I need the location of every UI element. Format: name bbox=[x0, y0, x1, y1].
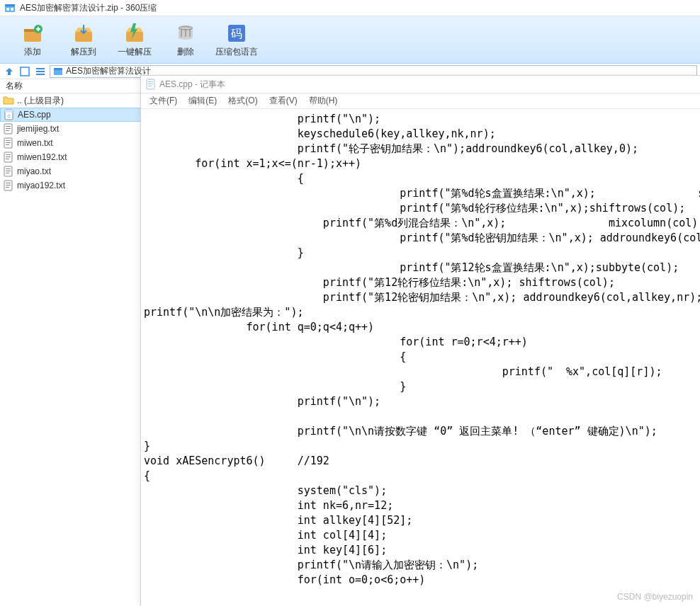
column-header-name[interactable]: 名称 bbox=[0, 79, 142, 93]
svg-rect-32 bbox=[6, 159, 9, 159]
svg-rect-23 bbox=[6, 128, 11, 129]
file-icon bbox=[3, 166, 14, 177]
notepad-title: AES.cpp - 记事本 bbox=[159, 79, 225, 91]
window-titlebar: AES加密解密算法设计.zip - 360压缩 bbox=[0, 0, 700, 16]
file-icon bbox=[3, 180, 14, 191]
extract-to-icon bbox=[72, 22, 95, 45]
file-name: miwen.txt bbox=[17, 138, 53, 148]
file-item[interactable]: CAES.cpp bbox=[0, 108, 142, 122]
svg-rect-35 bbox=[6, 171, 11, 171]
file-item[interactable]: miwen.txt bbox=[0, 136, 142, 150]
svg-rect-15 bbox=[36, 74, 45, 75]
file-item[interactable]: .. (上级目录) bbox=[0, 93, 142, 108]
menu-format[interactable]: 格式(O) bbox=[222, 93, 263, 108]
file-name: jiemijieg.txt bbox=[17, 124, 59, 134]
file-list: .. (上级目录)CAES.cppjiemijieg.txtmiwen.txtm… bbox=[0, 93, 142, 193]
svg-rect-28 bbox=[6, 144, 9, 145]
file-icon bbox=[3, 152, 14, 163]
svg-rect-44 bbox=[148, 86, 152, 86]
menu-edit[interactable]: 编辑(E) bbox=[183, 93, 222, 108]
svg-rect-2 bbox=[6, 8, 9, 11]
file-item[interactable]: miyao192.txt bbox=[0, 178, 142, 193]
svg-rect-3 bbox=[11, 8, 13, 11]
add-button[interactable]: 添加 bbox=[7, 20, 58, 59]
svg-rect-17 bbox=[54, 68, 62, 70]
notepad-icon bbox=[145, 79, 157, 90]
file-panel: 名称 .. (上级目录)CAES.cppjiemijieg.txtmiwen.t… bbox=[0, 79, 143, 606]
delete-label: 删除 bbox=[177, 46, 194, 58]
file-name: miwen192.txt bbox=[17, 152, 67, 162]
svg-rect-42 bbox=[148, 81, 153, 82]
notepad-titlebar[interactable]: AES.cpp - 记事本 bbox=[141, 76, 700, 93]
add-icon bbox=[21, 22, 44, 45]
file-icon: C bbox=[4, 109, 15, 120]
file-name: miyao192.txt bbox=[17, 181, 65, 190]
up-icon[interactable] bbox=[3, 65, 16, 78]
menu-view[interactable]: 查看(V) bbox=[264, 93, 303, 108]
watermark: CSDN @biyezuopin bbox=[617, 592, 693, 602]
extract-to-button[interactable]: 解压到 bbox=[58, 20, 109, 59]
svg-rect-13 bbox=[36, 68, 45, 69]
file-item[interactable]: miwen192.txt bbox=[0, 150, 142, 164]
one-click-extract-label: 一键解压 bbox=[118, 46, 152, 58]
path-text: AES加密解密算法设计 bbox=[66, 65, 151, 77]
add-label: 添加 bbox=[24, 46, 41, 58]
svg-rect-24 bbox=[6, 130, 9, 131]
svg-rect-30 bbox=[6, 154, 11, 155]
svg-rect-1 bbox=[5, 4, 15, 6]
svg-rect-19 bbox=[5, 110, 13, 113]
svg-rect-39 bbox=[6, 185, 11, 185]
svg-rect-34 bbox=[6, 168, 11, 169]
svg-rect-26 bbox=[6, 140, 11, 141]
app-icon bbox=[4, 2, 16, 13]
svg-rect-40 bbox=[6, 187, 9, 188]
file-icon bbox=[3, 123, 14, 135]
menu-file[interactable]: 文件(F) bbox=[144, 93, 183, 108]
language-icon: 码 bbox=[225, 22, 248, 45]
file-item[interactable]: jiemijieg.txt bbox=[0, 122, 142, 136]
delete-icon bbox=[174, 22, 197, 45]
svg-rect-14 bbox=[36, 71, 45, 72]
file-icon bbox=[3, 137, 14, 149]
archive-icon bbox=[53, 67, 63, 76]
notepad-menubar: 文件(F)编辑(E)格式(O)查看(V)帮助(H) bbox=[141, 93, 700, 109]
archive-language-label: 压缩包语言 bbox=[215, 46, 258, 58]
view-list-icon[interactable] bbox=[34, 65, 47, 78]
svg-rect-31 bbox=[6, 156, 11, 157]
window-title: AES加密解密算法设计.zip - 360压缩 bbox=[20, 2, 157, 14]
svg-rect-12 bbox=[21, 67, 29, 76]
svg-rect-43 bbox=[148, 84, 153, 84]
file-icon bbox=[3, 95, 14, 106]
archive-language-button[interactable]: 码 压缩包语言 bbox=[211, 20, 262, 59]
notepad-textarea[interactable]: printf("\n"); keyschedule6(key,allkey,nk… bbox=[141, 109, 700, 590]
one-click-extract-icon bbox=[123, 22, 146, 45]
svg-rect-38 bbox=[6, 183, 11, 183]
svg-rect-22 bbox=[6, 126, 11, 127]
file-name: .. (上级目录) bbox=[17, 95, 64, 107]
toolbar: 添加 解压到 一键解压 删除 码 压缩包语言 bbox=[0, 16, 700, 64]
extract-to-label: 解压到 bbox=[71, 46, 96, 58]
file-name: miyao.txt bbox=[17, 166, 51, 176]
view-large-icon[interactable] bbox=[18, 65, 31, 78]
svg-text:C: C bbox=[7, 114, 11, 118]
notepad-window: AES.cpp - 记事本 文件(F)编辑(E)格式(O)查看(V)帮助(H) … bbox=[140, 75, 700, 606]
svg-rect-36 bbox=[6, 173, 9, 173]
one-click-extract-button[interactable]: 一键解压 bbox=[109, 20, 160, 59]
file-item[interactable]: miyao.txt bbox=[0, 164, 142, 178]
menu-help[interactable]: 帮助(H) bbox=[303, 93, 344, 108]
svg-text:码: 码 bbox=[231, 28, 242, 40]
svg-rect-27 bbox=[6, 142, 11, 143]
delete-button[interactable]: 删除 bbox=[160, 20, 211, 59]
file-name: AES.cpp bbox=[18, 110, 51, 120]
